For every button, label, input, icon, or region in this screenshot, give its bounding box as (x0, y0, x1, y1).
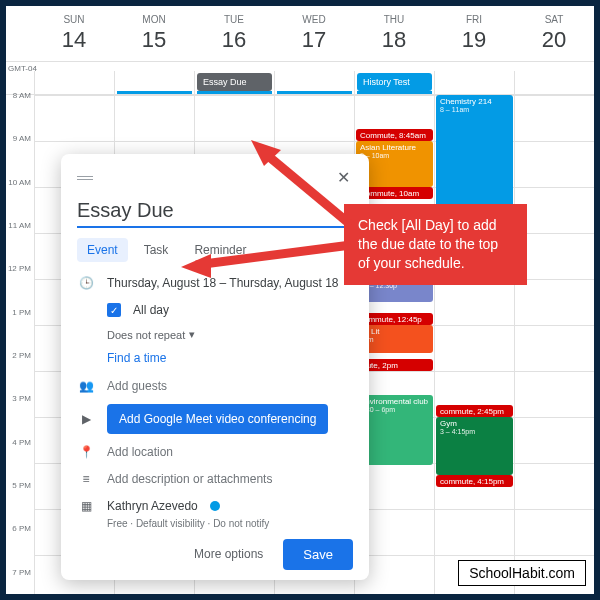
svg-line-2 (196, 245, 351, 265)
guests-icon: 👥 (77, 377, 95, 395)
event[interactable]: Gym3 – 4:15pm (436, 417, 513, 475)
svg-marker-3 (181, 254, 211, 278)
repeat-dropdown[interactable]: Does not repeat▾ (107, 328, 353, 341)
svg-line-0 (261, 150, 351, 225)
calendar-color-dot (210, 501, 220, 511)
day-header: THU18 (354, 14, 434, 53)
add-location-input[interactable]: Add location (107, 445, 173, 459)
calendar-header: SUN14 MON15 TUE16 WED17 THU18 FRI19 SAT2… (6, 6, 594, 62)
add-description-input[interactable]: Add description or attachments (107, 472, 272, 486)
add-guests-input[interactable]: Add guests (107, 379, 167, 393)
chevron-down-icon: ▾ (189, 328, 195, 341)
annotation-arrow (156, 130, 366, 280)
allday-checkbox[interactable]: ✓ (107, 303, 121, 317)
day-header: TUE16 (194, 14, 274, 53)
drag-handle-icon[interactable] (77, 176, 93, 180)
save-button[interactable]: Save (283, 539, 353, 570)
annotation-callout: Check [All Day] to add the due date to t… (344, 204, 527, 285)
day-header: WED17 (274, 14, 354, 53)
time-column: 8 AM9 AM10 AM11 AM12 PM1 PM2 PM3 PM4 PM5… (6, 95, 34, 594)
allday-row: Essay Due History Test (6, 71, 594, 95)
day-header: SAT20 (514, 14, 594, 53)
event[interactable]: commute, 2:45pm (436, 405, 513, 417)
add-meet-button[interactable]: Add Google Meet video conferencing (107, 404, 328, 434)
location-icon: 📍 (77, 443, 95, 461)
meet-icon: ▶ (77, 410, 95, 428)
find-time-link[interactable]: Find a time (107, 351, 353, 365)
day-header: MON15 (114, 14, 194, 53)
clock-icon: 🕒 (77, 274, 95, 292)
event[interactable]: commute, 4:15pm (436, 475, 513, 487)
description-icon: ≡ (77, 470, 95, 488)
attribution: SchoolHabit.com (458, 560, 586, 586)
allday-event-history[interactable]: History Test (357, 73, 432, 91)
tab-event[interactable]: Event (77, 238, 128, 262)
more-options-button[interactable]: More options (188, 539, 269, 570)
allday-label: All day (133, 303, 169, 317)
day-header: SUN14 (34, 14, 114, 53)
calendar-sub: Free · Default visibility · Do not notif… (107, 518, 353, 529)
allday-event-essay[interactable]: Essay Due (197, 73, 272, 91)
day-header: FRI19 (434, 14, 514, 53)
calendar-icon: ▦ (77, 497, 95, 515)
calendar-name: Kathryn Azevedo (107, 499, 198, 513)
event[interactable]: Commute, 8:45am (356, 129, 433, 141)
